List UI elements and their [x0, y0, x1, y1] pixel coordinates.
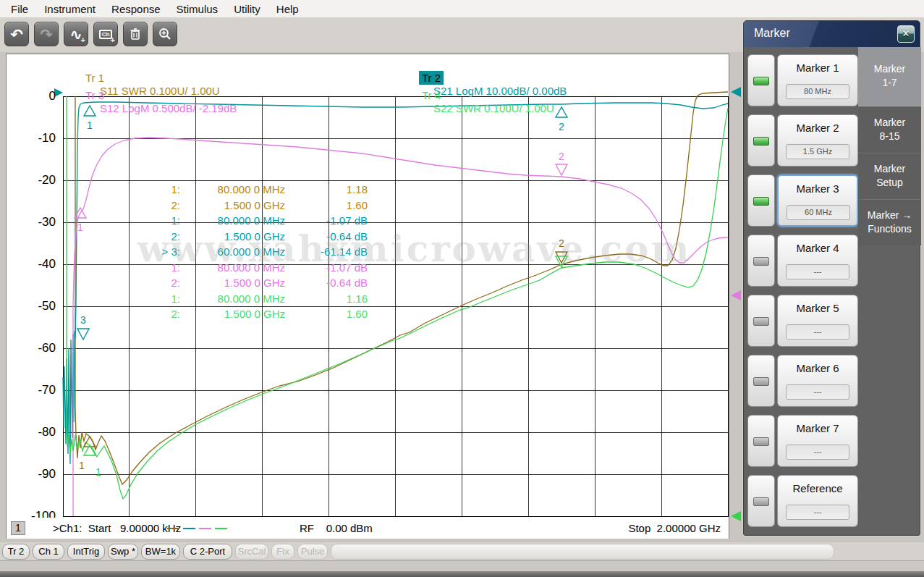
delete-button[interactable] — [123, 22, 148, 46]
tab-label: Marker — [858, 116, 921, 130]
status-button-srccal[interactable]: SrcCal — [235, 544, 268, 560]
marker-5-button[interactable]: Marker 5 --- — [777, 295, 858, 347]
marker-1-button[interactable]: Marker 1 80 MHz — [777, 54, 858, 106]
tab-label: Setup — [858, 176, 921, 190]
reference-marker-label: Reference — [778, 482, 857, 494]
panel-close-button[interactable]: ✕ — [897, 25, 915, 43]
led-indicator-icon — [753, 257, 769, 266]
rf-power-label: RF 0.00 dBm — [300, 522, 373, 534]
marker-2-value: 1.5 GHz — [786, 144, 849, 159]
marker-row-5: Marker 5 --- — [744, 295, 860, 347]
tab-marker-8-15[interactable]: Marker 8-15 — [858, 106, 921, 153]
readout-row: 2:1.500 0 GHz-0.64 dB — [7, 277, 383, 291]
svg-text:2: 2 — [559, 237, 564, 249]
led-indicator-icon — [753, 377, 769, 386]
led-indicator-icon — [753, 437, 769, 446]
status-button-inttrig[interactable]: IntTrig — [67, 544, 105, 560]
add-channel-button[interactable]: Ch + — [93, 22, 118, 46]
status-button-swp-[interactable]: Swp * — [108, 544, 138, 560]
marker-2-toggle[interactable] — [747, 114, 775, 167]
tab-label: 1-7 — [858, 76, 921, 90]
plus-icon: + — [81, 36, 85, 44]
marker-5-toggle[interactable] — [747, 295, 775, 347]
marker-7-value: --- — [786, 445, 849, 460]
tab-label: Functions — [858, 222, 921, 236]
tab-label: Marker — [858, 62, 921, 76]
menu-stimulus[interactable]: Stimulus — [169, 3, 226, 15]
menu-utility[interactable]: Utility — [226, 3, 268, 15]
trace1-header[interactable]: Tr 1 S11 SWR 0.100U/ 1.00U — [64, 59, 220, 73]
menu-response[interactable]: Response — [103, 3, 169, 15]
status-button-empty[interactable] — [331, 544, 834, 560]
marker-1-label: Marker 1 — [778, 62, 857, 74]
marker-6-button[interactable]: Marker 6 --- — [777, 355, 858, 407]
marker-4-button[interactable]: Marker 4 --- — [777, 235, 858, 287]
readout-row: > 3:60.000 0 MHz-61.14 dB — [7, 245, 383, 260]
marker-7-button[interactable]: Marker 7 --- — [777, 415, 858, 467]
tab-label: Marker → — [858, 209, 921, 222]
trace4-id: Tr 4 — [419, 88, 444, 102]
marker-4-toggle[interactable] — [747, 235, 775, 287]
vna-application-window: File Instrument Response Stimulus Utilit… — [0, 0, 924, 577]
marker-row-2: Marker 2 1.5 GHz — [744, 114, 860, 167]
menu-file[interactable]: File — [3, 3, 36, 15]
sweep-start-label: >Ch1: Start 9.00000 kHz — [53, 522, 181, 534]
redo-icon: ↷ — [40, 27, 53, 42]
plot-area: 12312112 Tr 1 S11 SWR 0.100U/ 1.00U Tr 2… — [6, 54, 729, 539]
tab-label: 8-15 — [858, 130, 921, 143]
channel-status-bar: 1 >Ch1: Start 9.00000 kHz RF 0.00 dBm St… — [7, 518, 729, 539]
trace3-header[interactable]: Tr 3 S12 LogM 0.500dB/ -2.19dB — [64, 76, 237, 90]
marker-4-label: Marker 4 — [778, 242, 857, 254]
trace4-header[interactable]: Tr 4 S22 SWR 0.100U/ 1.00U — [401, 76, 554, 90]
readout-row: 1:80.000 0 MHz-1.07 dB — [7, 214, 383, 229]
marker-panel: Marker ✕ Marker 1 80 MHz Marker 2 1.5 GH… — [743, 20, 920, 536]
marker-row-6: Marker 6 --- — [744, 355, 860, 407]
tab-marker-functions[interactable]: Marker → Functions — [858, 199, 921, 245]
svg-text:2: 2 — [559, 121, 564, 132]
marker-6-toggle[interactable] — [747, 355, 775, 407]
reference-level-arrows — [729, 54, 742, 539]
marker-3-toggle[interactable] — [747, 174, 775, 227]
status-button-ch-1[interactable]: Ch 1 — [33, 544, 64, 560]
readout-row: 1:80.000 0 MHz-1.07 dB — [7, 261, 383, 276]
status-button-bw-1k[interactable]: BW=1k — [141, 544, 180, 560]
marker-row-reference: Reference --- — [744, 475, 860, 527]
svg-text:2: 2 — [559, 151, 564, 162]
marker-panel-titlebar[interactable]: Marker ✕ — [744, 21, 920, 47]
marker-7-toggle[interactable] — [747, 415, 775, 467]
marker-1-toggle[interactable] — [747, 54, 775, 106]
svg-text:1: 1 — [87, 119, 93, 131]
reference-marker-button[interactable]: Reference --- — [777, 475, 858, 527]
reference-marker-toggle[interactable] — [747, 475, 775, 527]
window-bottom-edge — [0, 571, 924, 577]
readout-row: 2:1.500 0 GHz1.60 — [7, 199, 383, 214]
status-bar: Tr 2Ch 1IntTrigSwp *BW=1kC 2-PortSrcCalF… — [0, 541, 924, 560]
add-trace-button[interactable]: ∿ + — [64, 22, 88, 46]
status-button-tr-2[interactable]: Tr 2 — [2, 544, 30, 560]
marker-row-7: Marker 7 --- — [744, 415, 860, 467]
marker-2-button[interactable]: Marker 2 1.5 GHz — [777, 114, 858, 167]
marker-4-value: --- — [786, 264, 849, 279]
undo-button[interactable]: ↶ — [4, 22, 29, 46]
status-button-pulse[interactable]: Pulse — [297, 544, 328, 560]
y-axis-tick-label: -60 — [12, 341, 56, 355]
close-icon: ✕ — [902, 28, 910, 39]
marker-5-value: --- — [786, 324, 849, 340]
tab-marker-setup[interactable]: Marker Setup — [858, 153, 921, 199]
menu-instrument[interactable]: Instrument — [36, 3, 103, 15]
reference-marker-value: --- — [786, 505, 849, 520]
menu-help[interactable]: Help — [268, 3, 307, 15]
channel-number-badge[interactable]: 1 — [11, 521, 25, 535]
zoom-button[interactable] — [153, 22, 177, 46]
marker-3-button[interactable]: Marker 3 60 MHz — [777, 174, 858, 227]
tab-marker-1-7[interactable]: Marker 1-7 — [858, 47, 921, 106]
trace3-id: Tr 3 — [82, 88, 107, 102]
status-button-fix[interactable]: Fix — [271, 544, 294, 560]
y-axis-tick-label: -80 — [12, 425, 56, 439]
status-button-c-2-port[interactable]: C 2-Port — [183, 544, 232, 560]
marker-row-1: Marker 1 80 MHz — [744, 54, 860, 106]
trace2-header[interactable]: Tr 2 S21 LogM 10.00dB/ 0.00dB — [401, 59, 567, 73]
redo-button[interactable]: ↷ — [34, 22, 59, 46]
trace3-title: S12 LogM 0.500dB/ -2.19dB — [100, 102, 237, 114]
readout-row: 2:1.500 0 GHz-0.64 dB — [7, 230, 383, 245]
